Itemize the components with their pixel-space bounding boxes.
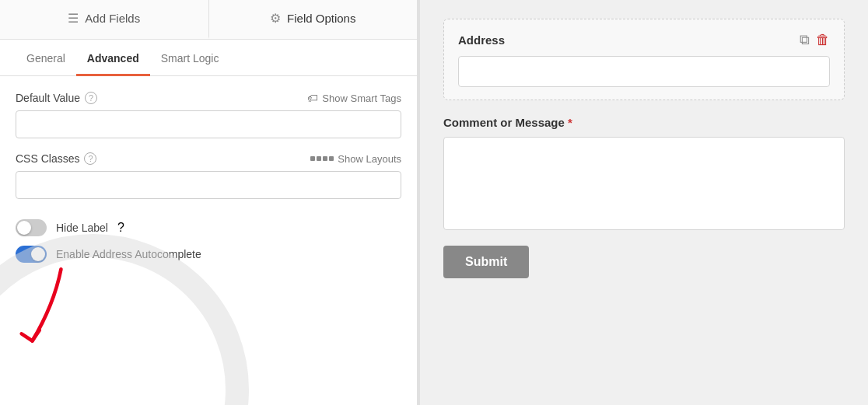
layouts-icon <box>310 156 334 161</box>
css-classes-label: CSS Classes ? <box>16 152 96 165</box>
arrow-annotation <box>8 262 86 358</box>
address-copy-button[interactable]: ⧉ <box>800 32 810 48</box>
default-value-row: Default Value ? 🏷 Show Smart Tags <box>16 92 401 104</box>
address-field-actions: ⧉ 🗑 <box>800 32 830 48</box>
tag-icon: 🏷 <box>307 92 318 104</box>
add-fields-icon: ☰ <box>68 11 79 26</box>
top-tabs-bar: ☰ Add Fields ⚙ Field Options <box>0 0 417 40</box>
css-classes-help-icon[interactable]: ? <box>84 152 96 165</box>
address-input-preview[interactable] <box>458 56 830 87</box>
tab-field-options[interactable]: ⚙ Field Options <box>209 0 418 39</box>
sub-tabs-bar: General Advanced Smart Logic <box>0 40 417 76</box>
css-classes-row: CSS Classes ? Show Layouts <box>16 152 401 165</box>
autocomplete-toggle-label: Enable Address Autocomplete <box>56 248 201 260</box>
left-content: Default Value ? 🏷 Show Smart Tags CSS Cl… <box>0 76 417 405</box>
show-smart-tags-link[interactable]: 🏷 Show Smart Tags <box>307 92 401 104</box>
comment-section: Comment or Message* <box>443 116 845 230</box>
sub-tab-general-label: General <box>26 52 65 65</box>
left-panel: ☰ Add Fields ⚙ Field Options General Adv… <box>0 0 420 405</box>
tab-field-options-label: Field Options <box>287 12 355 25</box>
comment-field-header: Comment or Message* <box>443 116 845 129</box>
default-value-input[interactable] <box>16 110 401 138</box>
default-value-help-icon[interactable]: ? <box>85 92 97 104</box>
submit-button[interactable]: Submit <box>443 246 529 278</box>
sub-tab-smart-logic-label: Smart Logic <box>161 52 219 65</box>
css-classes-input[interactable] <box>16 171 401 199</box>
comment-textarea-preview[interactable] <box>443 137 845 230</box>
sub-tab-advanced[interactable]: Advanced <box>76 40 150 76</box>
sub-tab-smart-logic[interactable]: Smart Logic <box>150 40 230 76</box>
comment-field-label: Comment or Message* <box>443 116 572 129</box>
hide-label-toggle-label: Hide Label <box>56 222 108 234</box>
hide-label-help-icon[interactable]: ? <box>117 221 124 235</box>
sub-tab-general[interactable]: General <box>16 40 76 76</box>
address-section: Address ⧉ 🗑 <box>443 19 845 100</box>
show-layouts-link[interactable]: Show Layouts <box>310 153 401 165</box>
address-delete-button[interactable]: 🗑 <box>816 32 830 48</box>
required-star: * <box>568 116 572 129</box>
hide-label-toggle[interactable] <box>16 219 47 236</box>
address-field-label: Address <box>458 33 505 47</box>
hide-label-toggle-row: Hide Label ? <box>16 219 401 236</box>
default-value-label: Default Value ? <box>16 92 97 104</box>
right-panel: Address ⧉ 🗑 Comment or Message* Submit <box>420 0 868 405</box>
autocomplete-toggle-row: Enable Address Autocomplete <box>16 246 401 263</box>
tab-add-fields-label: Add Fields <box>85 12 140 25</box>
tab-add-fields[interactable]: ☰ Add Fields <box>0 0 209 39</box>
address-field-header: Address ⧉ 🗑 <box>458 32 830 48</box>
autocomplete-toggle[interactable] <box>16 246 47 263</box>
field-options-icon: ⚙ <box>270 11 281 26</box>
sub-tab-advanced-label: Advanced <box>87 52 139 65</box>
